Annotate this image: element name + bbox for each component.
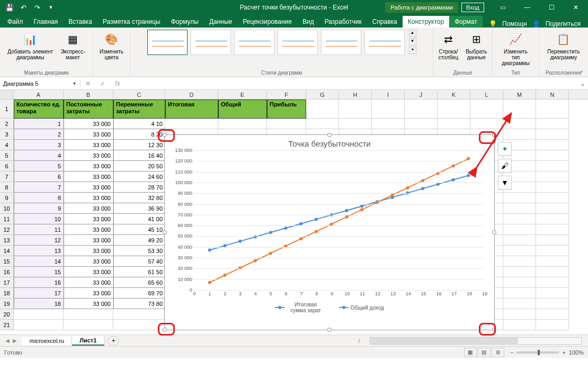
cell[interactable]: 5 — [14, 161, 64, 171]
cell[interactable] — [306, 119, 339, 129]
row-header[interactable]: 19 — [0, 298, 14, 309]
row-header[interactable]: 11 — [0, 214, 14, 224]
cell[interactable] — [536, 182, 569, 193]
cell[interactable] — [503, 256, 536, 267]
cell[interactable] — [64, 320, 113, 330]
tab-help[interactable]: Справка — [367, 16, 403, 28]
cell[interactable]: 2 — [14, 129, 64, 140]
chart-plot-area[interactable]: 010 00020 00030 00040 00050 00060 00070 … — [194, 150, 484, 290]
column-header[interactable]: A — [14, 90, 64, 99]
row-header[interactable]: 4 — [0, 140, 14, 150]
cell[interactable]: Переменные затраты — [113, 99, 165, 119]
cell[interactable] — [503, 267, 536, 277]
chart-style-4[interactable] — [278, 30, 318, 55]
row-header[interactable]: 13 — [0, 235, 14, 246]
row-header[interactable]: 6 — [0, 161, 14, 171]
row-header[interactable]: 2 — [0, 119, 14, 129]
chart-handle-s[interactable] — [327, 328, 332, 332]
cell[interactable] — [503, 288, 536, 298]
cell[interactable]: 69 70 — [113, 288, 165, 298]
row-header[interactable]: 5 — [0, 150, 14, 161]
zoom-out-icon[interactable]: − — [510, 349, 513, 356]
column-header[interactable]: I — [372, 90, 405, 99]
select-all-corner[interactable] — [0, 90, 14, 99]
sheet-nav-prev-icon[interactable]: ◄ — [4, 337, 11, 345]
cell[interactable]: 53 30 — [113, 246, 165, 256]
cell[interactable]: 7 — [14, 182, 64, 193]
cell[interactable] — [14, 320, 64, 330]
column-header[interactable]: E — [218, 90, 267, 99]
cell[interactable]: 14 — [14, 256, 64, 267]
cell[interactable] — [536, 99, 569, 119]
chart-styles-gallery[interactable]: ▲ ▼ ▾ — [147, 30, 416, 70]
cell[interactable] — [536, 320, 569, 330]
chart-handle-n[interactable] — [327, 133, 332, 137]
fx-icon[interactable]: fx — [110, 78, 125, 89]
cell[interactable] — [503, 309, 536, 320]
cell[interactable]: 33 000 — [64, 129, 113, 140]
cell[interactable]: 49 20 — [113, 235, 165, 246]
cell[interactable]: 36 90 — [113, 203, 165, 214]
chart-x-axis[interactable]: 012345678910111213141516171819 — [194, 291, 484, 298]
cell[interactable]: 73 80 — [113, 298, 165, 309]
cell[interactable] — [503, 203, 536, 214]
cell[interactable]: 1 — [14, 119, 64, 129]
cell[interactable] — [536, 129, 569, 140]
cell[interactable] — [405, 119, 438, 129]
chart-y-axis[interactable]: 010 00020 00030 00040 00050 00060 00070 … — [169, 150, 192, 290]
cell[interactable]: 6 — [14, 171, 64, 182]
cell[interactable]: 33 000 — [64, 288, 113, 298]
cell[interactable] — [536, 224, 569, 235]
cell[interactable]: 33 000 — [64, 119, 113, 129]
zoom-slider[interactable] — [516, 351, 559, 354]
cell[interactable]: 33 000 — [64, 203, 113, 214]
qat-customize-icon[interactable]: ▼ — [44, 1, 57, 14]
cell[interactable]: 65 60 — [113, 277, 165, 288]
new-sheet-button[interactable]: + — [108, 336, 119, 346]
cell[interactable]: 8 — [14, 193, 64, 203]
cell[interactable] — [218, 119, 267, 129]
cell[interactable]: 12 — [14, 235, 64, 246]
column-header[interactable]: J — [405, 90, 438, 99]
tab-home[interactable]: Главная — [29, 16, 64, 28]
column-header[interactable]: K — [438, 90, 470, 99]
cell[interactable] — [536, 140, 569, 150]
tab-chart-design[interactable]: Конструктор — [403, 16, 449, 28]
chart-filters-button[interactable]: ▼ — [498, 176, 512, 189]
sheet-nav-next-icon[interactable]: ► — [12, 337, 18, 345]
cell[interactable]: 11 — [14, 224, 64, 235]
column-header[interactable]: G — [306, 90, 339, 99]
enter-formula-icon[interactable]: ✓ — [95, 78, 110, 89]
cell[interactable]: Постоянные затраты — [64, 99, 113, 119]
cell[interactable]: 15 — [14, 267, 64, 277]
cell[interactable] — [165, 119, 218, 129]
column-header[interactable]: D — [165, 90, 218, 99]
cell[interactable] — [536, 161, 569, 171]
cell[interactable] — [536, 119, 569, 129]
column-header[interactable]: H — [339, 90, 372, 99]
cell[interactable]: 41 00 — [113, 214, 165, 224]
cell[interactable] — [503, 224, 536, 235]
column-header[interactable]: F — [267, 90, 306, 99]
normal-view-icon[interactable]: ▦ — [464, 348, 477, 357]
row-header[interactable]: 8 — [0, 182, 14, 193]
tab-insert[interactable]: Вставка — [63, 16, 97, 28]
cell[interactable] — [14, 309, 64, 320]
chart-object[interactable]: Точка безубыточности 010 00020 00030 000… — [164, 134, 495, 330]
gallery-down-icon[interactable]: ▼ — [409, 38, 416, 46]
change-chart-type-button[interactable]: 📈 Изменить тип диаграммы — [497, 30, 534, 67]
name-box-dropdown-icon[interactable]: ▼ — [72, 81, 77, 86]
row-header[interactable]: 3 — [0, 129, 14, 140]
column-header[interactable]: M — [503, 90, 536, 99]
cell[interactable] — [503, 298, 536, 309]
cell[interactable]: 24 60 — [113, 171, 165, 182]
chart-handle-e[interactable] — [492, 230, 496, 234]
cell[interactable] — [536, 277, 569, 288]
cell[interactable]: 17 — [14, 288, 64, 298]
cell[interactable] — [503, 214, 536, 224]
cell[interactable] — [536, 235, 569, 246]
cell[interactable]: 33 000 — [64, 256, 113, 267]
row-header[interactable]: 20 — [0, 309, 14, 320]
cell[interactable] — [536, 150, 569, 161]
cell[interactable]: 33 000 — [64, 193, 113, 203]
